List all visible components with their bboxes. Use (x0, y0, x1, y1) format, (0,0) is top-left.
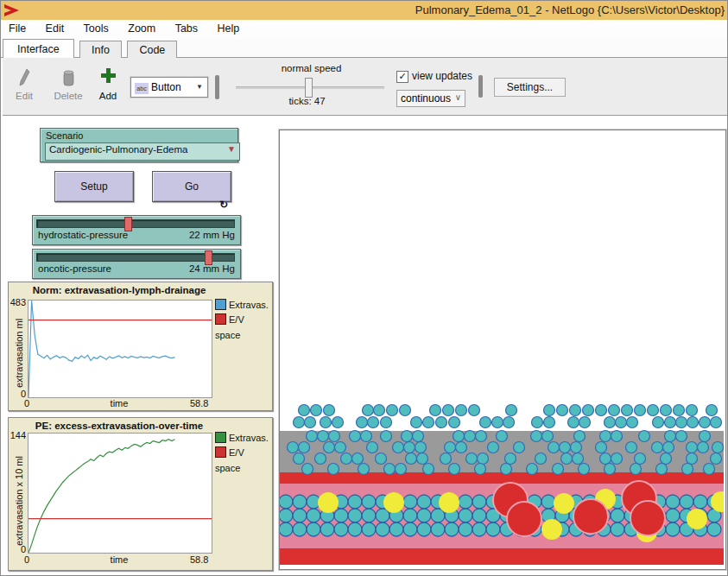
trash-icon (50, 68, 86, 87)
world-view[interactable] (279, 130, 726, 570)
oncotic-pressure-slider[interactable]: oncotic-pressure 24 mm Hg (32, 249, 241, 279)
legend-item: E/V space (215, 311, 272, 326)
view-updates-checkbox[interactable]: ✓ (396, 71, 408, 83)
plus-icon (93, 66, 123, 87)
chooser-label: Scenario (46, 130, 83, 141)
tab-code[interactable]: Code (127, 41, 177, 59)
legend-swatch-green (215, 432, 226, 443)
world-view-canvas (280, 130, 724, 567)
checkmark-icon: ✓ (398, 71, 406, 81)
plot-title: PE: excess-extravasation-over-time (28, 421, 211, 431)
tab-interface[interactable]: Interface (3, 39, 74, 59)
slider-value: 22 mm Hg (189, 230, 235, 240)
edit-button[interactable]: Edit (9, 68, 39, 101)
go-button[interactable]: Go ↻ (152, 171, 231, 202)
slider-track[interactable] (36, 253, 235, 262)
slider-name: oncotic-pressure (38, 263, 111, 274)
x-max-tick: 58.8 (190, 398, 208, 408)
slider-track[interactable] (36, 219, 235, 228)
legend-swatch-blue (215, 299, 226, 310)
legend-item: E/V space (215, 444, 272, 459)
button-widget-icon: abc (135, 83, 149, 94)
netlogo-window: Pulmonary_Edema_01_2 - NetLogo {C:\Users… (0, 0, 728, 576)
y-min-tick: 0 (9, 389, 26, 399)
interface-workspace: Scenario Cardiogenic-Pulmonary-Edema ▼ S… (3, 116, 727, 575)
x-axis-label: time (28, 398, 211, 408)
ticks-counter: ticks: 47 (253, 96, 361, 106)
chevron-down-icon: ▼ (196, 78, 203, 97)
toolbar-separator (478, 75, 483, 98)
y-axis-label: extravasation ml (14, 319, 24, 388)
plot-series-svg (28, 434, 212, 553)
plot-canvas (28, 433, 212, 554)
netlogo-app-icon (4, 3, 20, 17)
tab-bar: Interface Info Code (1, 39, 728, 58)
menu-edit[interactable]: Edit (38, 20, 73, 37)
delete-label: Delete (50, 91, 86, 101)
pencil-icon (9, 68, 39, 87)
speed-slider-thumb[interactable] (305, 78, 313, 98)
setup-button[interactable]: Setup (54, 171, 134, 202)
widget-type-value: Button (151, 81, 181, 93)
toolbar-separator (215, 75, 219, 99)
menu-help[interactable]: Help (210, 20, 248, 37)
chevron-down-icon: ∨ (455, 92, 461, 102)
speed-slider-label: normal speed (253, 63, 370, 73)
legend-swatch-red (215, 313, 226, 325)
menu-bar: File Edit Tools Zoom Tabs Help (1, 20, 728, 39)
forever-icon: ↻ (219, 199, 228, 210)
go-label: Go (185, 180, 199, 193)
plot-title: Norm: extravasation-lymph-drainage (28, 285, 211, 295)
window-title: Pulmonary_Edema_01_2 - NetLogo {C:\Users… (415, 3, 725, 16)
scenario-chooser[interactable]: Scenario Cardiogenic-Pulmonary-Edema ▼ (40, 128, 238, 162)
settings-button[interactable]: Settings... (494, 78, 566, 97)
y-max-tick: 144 (9, 430, 26, 440)
plot-legend: Extravas. E/V space (215, 429, 272, 459)
chooser-value-box[interactable]: Cardiogenic-Pulmonary-Edema ▼ (45, 142, 240, 161)
menu-file[interactable]: File (1, 20, 34, 37)
delete-button[interactable]: Delete (50, 68, 86, 101)
legend-item: Extravas. (215, 296, 272, 311)
plot-legend: Extravas. E/V space (215, 296, 272, 326)
interface-toolbar: Edit Delete Add abcButton ▼ normal speed… (3, 58, 727, 116)
legend-swatch-red (215, 446, 226, 458)
y-max-tick: 483 (9, 297, 26, 307)
hydrostatic-pressure-slider[interactable]: hydrostatic-pressure 22 mm Hg (32, 215, 241, 245)
menu-zoom[interactable]: Zoom (120, 20, 163, 37)
add-label: Add (93, 91, 123, 101)
widget-type-dropdown[interactable]: abcButton ▼ (130, 77, 208, 98)
view-updates-label: view updates (412, 70, 472, 82)
tab-info[interactable]: Info (79, 41, 122, 59)
menu-tools[interactable]: Tools (76, 20, 117, 37)
title-bar: Pulmonary_Edema_01_2 - NetLogo {C:\Users… (1, 1, 728, 20)
add-button[interactable]: Add (93, 66, 123, 101)
plot-canvas (28, 300, 212, 398)
chooser-arrow-icon: ▼ (227, 144, 236, 154)
plot-norm-extravasation: Norm: extravasation-lymph-drainage 483 0… (8, 282, 273, 411)
x-max-tick: 58.8 (190, 554, 208, 565)
plot-series-svg (28, 301, 212, 397)
update-mode-value: continuous (401, 92, 451, 104)
chooser-selected-value: Cardiogenic-Pulmonary-Edema (49, 144, 187, 155)
update-mode-dropdown[interactable]: continuous ∨ (396, 90, 465, 107)
legend-item: Extravas. (215, 429, 272, 444)
plot-excess-extravasation: PE: excess-extravasation-over-time 144 0… (8, 417, 273, 571)
y-axis-label: extravasation x 10 ml (14, 456, 24, 546)
edit-label: Edit (9, 91, 39, 101)
menu-tabs[interactable]: Tabs (168, 20, 206, 37)
x-axis-label: time (28, 554, 211, 565)
slider-name: hydrostatic-pressure (38, 230, 128, 240)
slider-value: 24 mm Hg (189, 263, 235, 274)
